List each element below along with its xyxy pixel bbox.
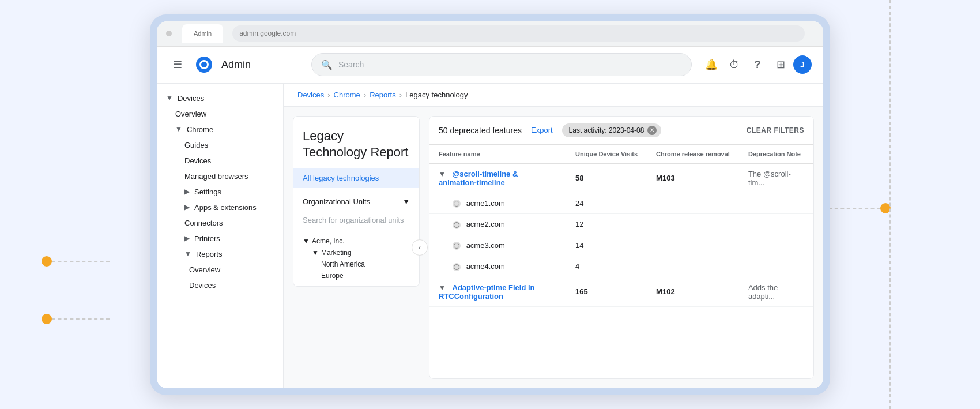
note-cell: [739, 235, 813, 256]
search-bar[interactable]: 🔍 Search: [311, 53, 692, 76]
chrome-release-cell: M103: [647, 163, 739, 193]
chevron-right-icon-printers: ▶: [184, 234, 190, 242]
grid-icon: ⊞: [777, 58, 785, 71]
user-avatar[interactable]: J: [793, 55, 812, 74]
app-logo-inner: [199, 60, 209, 69]
export-button[interactable]: Export: [531, 126, 553, 134]
sidebar-devices-sub-label: Devices: [184, 156, 211, 165]
org-search-placeholder: Search for organizational units: [303, 216, 404, 224]
laptop-frame: Admin admin.google.com ☰ Admin 🔍 Search …: [150, 14, 830, 395]
domain-cell: acme2.com: [429, 214, 566, 235]
sidebar-item-overview-reports[interactable]: Overview: [157, 262, 276, 277]
feature-link[interactable]: @scroll-timeline & animation-timeline: [439, 170, 518, 187]
sidebar-printers-label: Printers: [194, 234, 220, 243]
sidebar-item-printers[interactable]: ▶ Printers: [157, 231, 283, 246]
table-row-section: ▼ @scroll-timeline & animation-timeline …: [429, 163, 813, 193]
domain-cell: acme1.com: [429, 193, 566, 214]
filter-chip-close-button[interactable]: ✕: [647, 126, 657, 135]
org-tree-item-marketing[interactable]: ▼ Marketing: [303, 247, 410, 258]
expand-icon[interactable]: ▼: [439, 284, 446, 292]
sidebar-overview-sub-label: Overview: [189, 265, 220, 274]
left-panel: Legacy Technology Report All legacy tech…: [293, 116, 420, 287]
breadcrumb-reports[interactable]: Reports: [370, 91, 396, 99]
laptop-screen: Admin admin.google.com ☰ Admin 🔍 Search …: [157, 21, 823, 388]
breadcrumb-chrome[interactable]: Chrome: [334, 91, 360, 99]
sidebar-item-devices-sub[interactable]: Devices: [157, 153, 276, 168]
sidebar-item-devices[interactable]: ▼ Devices: [157, 91, 283, 106]
breadcrumb-sep-1: ›: [327, 91, 330, 99]
org-unit-search[interactable]: Search for organizational units: [303, 216, 410, 228]
notification-bell-button[interactable]: 🔔: [701, 54, 722, 75]
visits-cell: 12: [566, 214, 647, 235]
org-tree-na-label: North America: [321, 260, 365, 268]
note-cell: [739, 214, 813, 235]
org-tree-item-north-america[interactable]: North America: [303, 258, 410, 270]
org-units-header[interactable]: Organizational Units ▼: [303, 193, 410, 211]
domain-cell: acme4.com: [429, 256, 566, 277]
chevron-down-icon-reports: ▼: [184, 250, 191, 258]
clear-filters-button[interactable]: CLEAR FILTERS: [747, 126, 804, 134]
domain-name: acme4.com: [466, 262, 505, 271]
decorative-line-right: [823, 208, 880, 209]
chevron-down-icon-chrome: ▼: [175, 125, 182, 133]
sidebar-item-managed-browsers[interactable]: Managed browsers: [157, 168, 276, 184]
col-unique-visits: Unique Device Visits: [566, 145, 647, 164]
left-panel-title: Legacy Technology Report: [293, 117, 419, 168]
breadcrumb-current: Legacy technology: [405, 91, 468, 99]
org-tree-item-acme[interactable]: ▼ Acme, Inc.: [303, 235, 410, 247]
breadcrumb-devices[interactable]: Devices: [297, 91, 324, 99]
table-row: acme4.com 4: [429, 256, 813, 277]
decorative-dot-left-bottom: [42, 314, 52, 324]
expand-icon[interactable]: ▼: [439, 170, 446, 178]
breadcrumb-sep-2: ›: [364, 91, 366, 99]
chrome-release-cell: [647, 235, 739, 256]
sidebar-item-overview[interactable]: Overview: [157, 106, 276, 122]
filter-chip-label: Last activity: 2023-04-08: [569, 126, 644, 134]
hamburger-menu-icon[interactable]: ☰: [168, 54, 187, 76]
chrome-release-cell: [647, 214, 739, 235]
sidebar-reports-label: Reports: [196, 250, 223, 258]
chevron-right-icon-settings: ▶: [184, 187, 190, 196]
help-button[interactable]: ?: [747, 54, 768, 75]
col-feature-name: Feature name: [429, 145, 566, 164]
left-panel-wrapper: Legacy Technology Report All legacy tech…: [293, 116, 420, 379]
feature-link[interactable]: Adaptive-ptime Field in RTCConfiguration: [439, 283, 535, 301]
chevron-down-icon-org: ▼: [402, 197, 410, 206]
sidebar-item-guides[interactable]: Guides: [157, 137, 276, 153]
timer-button[interactable]: ⏱: [724, 54, 745, 75]
domain-name: acme2.com: [466, 220, 505, 228]
apps-grid-button[interactable]: ⊞: [770, 54, 791, 75]
content-area: Legacy Technology Report All legacy tech…: [284, 107, 823, 388]
org-tree-item-europe[interactable]: Europe: [303, 270, 410, 282]
visits-cell: 4: [566, 256, 647, 277]
note-cell: [739, 256, 813, 277]
domain-icon: [453, 221, 461, 229]
bell-icon: 🔔: [705, 58, 718, 71]
sidebar-item-reports[interactable]: ▼ Reports: [157, 246, 283, 262]
app-title: Admin: [221, 59, 251, 71]
breadcrumb: Devices › Chrome › Reports › Legacy tech…: [284, 84, 823, 107]
sidebar-item-devices-reports[interactable]: Devices: [157, 277, 276, 293]
browser-dot: [166, 31, 172, 36]
sidebar-item-apps-extensions[interactable]: ▶ Apps & extensions: [157, 200, 283, 215]
features-table: Feature name Unique Device Visits Chrome…: [429, 145, 813, 307]
all-legacy-button[interactable]: All legacy technologies: [293, 168, 419, 188]
table-header-bar: 50 deprecated features Export Last activ…: [429, 117, 813, 145]
collapse-panel-button[interactable]: ‹: [412, 239, 428, 256]
table-row: acme2.com 12: [429, 214, 813, 235]
sidebar-item-connectors[interactable]: Connectors: [157, 215, 276, 231]
domain-name: acme3.com: [466, 241, 505, 250]
sidebar-managed-browsers-label: Managed browsers: [184, 172, 248, 181]
org-tree-acme-label: Acme, Inc.: [312, 237, 345, 245]
browser-tab-text: Admin: [194, 30, 212, 37]
domain-cell: acme3.com: [429, 235, 566, 256]
col-deprecation-note: Deprecation Note: [739, 145, 813, 164]
sidebar-item-settings[interactable]: ▶ Settings: [157, 184, 283, 200]
visits-cell: 24: [566, 193, 647, 214]
sidebar-item-chrome[interactable]: ▼ Chrome: [157, 122, 283, 137]
search-input[interactable]: Search: [338, 60, 364, 69]
app-header: ☰ Admin 🔍 Search 🔔 ⏱ ? ⊞: [157, 47, 823, 84]
decorative-line-left-top: [52, 261, 110, 262]
chevron-down-icon-marketing: ▼: [312, 249, 319, 257]
search-icon: 🔍: [321, 59, 333, 70]
